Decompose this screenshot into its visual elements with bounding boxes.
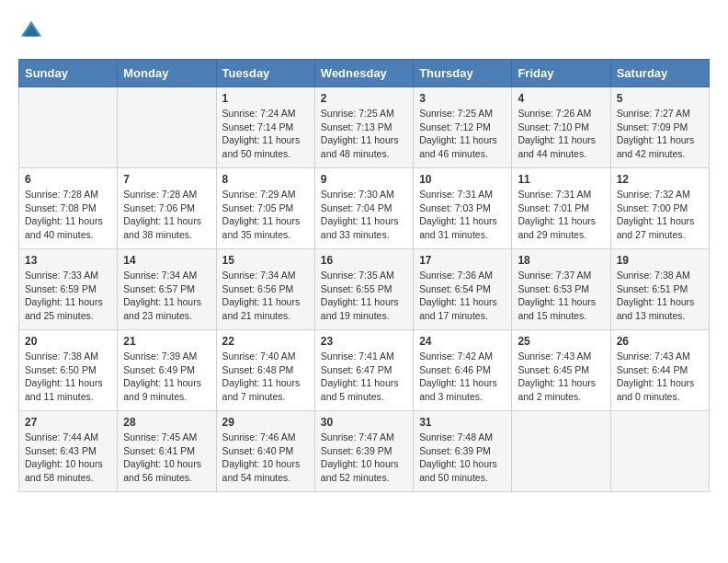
calendar-cell: 27Sunrise: 7:44 AM Sunset: 6:43 PM Dayli… [19,411,118,492]
day-header-friday: Friday [512,60,610,87]
day-info: Sunrise: 7:47 AM Sunset: 6:39 PM Dayligh… [321,431,407,485]
calendar-cell: 2Sunrise: 7:25 AM Sunset: 7:13 PM Daylig… [314,87,413,168]
day-info: Sunrise: 7:27 AM Sunset: 7:09 PM Dayligh… [617,107,703,161]
day-number: 9 [321,173,407,186]
day-number: 15 [222,254,309,267]
calendar-cell: 16Sunrise: 7:35 AM Sunset: 6:55 PM Dayli… [314,249,413,330]
calendar-cell [610,411,709,492]
day-number: 29 [222,416,309,429]
calendar-cell: 28Sunrise: 7:45 AM Sunset: 6:41 PM Dayli… [118,411,216,492]
day-info: Sunrise: 7:44 AM Sunset: 6:43 PM Dayligh… [25,431,111,485]
day-number: 8 [222,173,309,186]
day-header-thursday: Thursday [414,60,512,87]
day-number: 18 [518,254,604,267]
day-number: 1 [222,92,309,105]
day-number: 20 [25,335,111,348]
day-number: 19 [617,254,703,267]
calendar-cell: 11Sunrise: 7:31 AM Sunset: 7:01 PM Dayli… [512,168,610,249]
calendar-cell: 25Sunrise: 7:43 AM Sunset: 6:45 PM Dayli… [512,330,610,411]
day-info: Sunrise: 7:37 AM Sunset: 6:53 PM Dayligh… [518,269,604,323]
calendar-cell: 13Sunrise: 7:33 AM Sunset: 6:59 PM Dayli… [19,249,118,330]
day-number: 11 [518,173,604,186]
calendar-cell [19,87,118,168]
day-info: Sunrise: 7:33 AM Sunset: 6:59 PM Dayligh… [25,269,111,323]
day-number: 27 [25,416,111,429]
calendar-cell: 15Sunrise: 7:34 AM Sunset: 6:56 PM Dayli… [216,249,314,330]
day-number: 16 [321,254,407,267]
day-header-monday: Monday [118,60,216,87]
day-info: Sunrise: 7:28 AM Sunset: 7:06 PM Dayligh… [123,188,210,242]
day-info: Sunrise: 7:31 AM Sunset: 7:01 PM Dayligh… [518,188,604,242]
calendar-cell: 1Sunrise: 7:24 AM Sunset: 7:14 PM Daylig… [216,87,314,168]
day-info: Sunrise: 7:43 AM Sunset: 6:44 PM Dayligh… [617,350,703,404]
calendar-table: SundayMondayTuesdayWednesdayThursdayFrid… [18,59,710,492]
day-number: 3 [419,92,506,105]
day-number: 10 [419,173,506,186]
day-number: 2 [321,92,407,105]
day-number: 4 [518,92,604,105]
day-number: 5 [617,92,703,105]
calendar-week-4: 20Sunrise: 7:38 AM Sunset: 6:50 PM Dayli… [19,330,710,411]
day-info: Sunrise: 7:24 AM Sunset: 7:14 PM Dayligh… [222,107,309,161]
day-info: Sunrise: 7:35 AM Sunset: 6:55 PM Dayligh… [321,269,407,323]
calendar-cell: 22Sunrise: 7:40 AM Sunset: 6:48 PM Dayli… [216,330,314,411]
day-info: Sunrise: 7:40 AM Sunset: 6:48 PM Dayligh… [222,350,309,404]
calendar-cell: 17Sunrise: 7:36 AM Sunset: 6:54 PM Dayli… [414,249,512,330]
page-header [18,18,710,44]
calendar-cell: 6Sunrise: 7:28 AM Sunset: 7:08 PM Daylig… [19,168,118,249]
day-info: Sunrise: 7:46 AM Sunset: 6:40 PM Dayligh… [222,431,309,485]
day-number: 22 [222,335,309,348]
day-number: 14 [123,254,210,267]
day-number: 26 [617,335,703,348]
calendar-cell [118,87,216,168]
calendar-cell: 4Sunrise: 7:26 AM Sunset: 7:10 PM Daylig… [512,87,610,168]
calendar-week-5: 27Sunrise: 7:44 AM Sunset: 6:43 PM Dayli… [19,411,710,492]
calendar-cell: 7Sunrise: 7:28 AM Sunset: 7:06 PM Daylig… [118,168,216,249]
day-number: 31 [419,416,506,429]
calendar-cell: 9Sunrise: 7:30 AM Sunset: 7:04 PM Daylig… [314,168,413,249]
logo [18,18,48,44]
calendar-cell: 23Sunrise: 7:41 AM Sunset: 6:47 PM Dayli… [314,330,413,411]
day-info: Sunrise: 7:28 AM Sunset: 7:08 PM Dayligh… [25,188,111,242]
day-number: 12 [617,173,703,186]
day-info: Sunrise: 7:34 AM Sunset: 6:56 PM Dayligh… [222,269,309,323]
day-header-sunday: Sunday [19,60,118,87]
calendar-header-row: SundayMondayTuesdayWednesdayThursdayFrid… [19,60,710,87]
calendar-cell: 21Sunrise: 7:39 AM Sunset: 6:49 PM Dayli… [118,330,216,411]
day-number: 21 [123,335,210,348]
calendar-cell: 24Sunrise: 7:42 AM Sunset: 6:46 PM Dayli… [414,330,512,411]
calendar-week-2: 6Sunrise: 7:28 AM Sunset: 7:08 PM Daylig… [19,168,710,249]
day-info: Sunrise: 7:48 AM Sunset: 6:39 PM Dayligh… [419,431,506,485]
day-info: Sunrise: 7:26 AM Sunset: 7:10 PM Dayligh… [518,107,604,161]
day-number: 17 [419,254,506,267]
calendar-cell: 31Sunrise: 7:48 AM Sunset: 6:39 PM Dayli… [414,411,512,492]
day-info: Sunrise: 7:42 AM Sunset: 6:46 PM Dayligh… [419,350,506,404]
day-info: Sunrise: 7:36 AM Sunset: 6:54 PM Dayligh… [419,269,506,323]
day-header-saturday: Saturday [610,60,709,87]
calendar-cell: 3Sunrise: 7:25 AM Sunset: 7:12 PM Daylig… [414,87,512,168]
day-info: Sunrise: 7:31 AM Sunset: 7:03 PM Dayligh… [419,188,506,242]
calendar-cell: 5Sunrise: 7:27 AM Sunset: 7:09 PM Daylig… [610,87,709,168]
day-header-tuesday: Tuesday [216,60,314,87]
day-number: 13 [25,254,111,267]
day-info: Sunrise: 7:29 AM Sunset: 7:05 PM Dayligh… [222,188,309,242]
day-info: Sunrise: 7:38 AM Sunset: 6:50 PM Dayligh… [25,350,111,404]
logo-icon [18,18,44,44]
day-info: Sunrise: 7:45 AM Sunset: 6:41 PM Dayligh… [123,431,210,485]
day-number: 30 [321,416,407,429]
calendar-cell: 26Sunrise: 7:43 AM Sunset: 6:44 PM Dayli… [610,330,709,411]
calendar-cell: 20Sunrise: 7:38 AM Sunset: 6:50 PM Dayli… [19,330,118,411]
day-info: Sunrise: 7:34 AM Sunset: 6:57 PM Dayligh… [123,269,210,323]
day-info: Sunrise: 7:41 AM Sunset: 6:47 PM Dayligh… [321,350,407,404]
calendar-cell: 8Sunrise: 7:29 AM Sunset: 7:05 PM Daylig… [216,168,314,249]
day-info: Sunrise: 7:32 AM Sunset: 7:00 PM Dayligh… [617,188,703,242]
day-header-wednesday: Wednesday [314,60,413,87]
day-info: Sunrise: 7:38 AM Sunset: 6:51 PM Dayligh… [617,269,703,323]
calendar-cell: 30Sunrise: 7:47 AM Sunset: 6:39 PM Dayli… [314,411,413,492]
day-info: Sunrise: 7:30 AM Sunset: 7:04 PM Dayligh… [321,188,407,242]
day-number: 7 [123,173,210,186]
calendar-week-3: 13Sunrise: 7:33 AM Sunset: 6:59 PM Dayli… [19,249,710,330]
calendar-cell: 18Sunrise: 7:37 AM Sunset: 6:53 PM Dayli… [512,249,610,330]
day-info: Sunrise: 7:39 AM Sunset: 6:49 PM Dayligh… [123,350,210,404]
calendar-cell: 12Sunrise: 7:32 AM Sunset: 7:00 PM Dayli… [610,168,709,249]
